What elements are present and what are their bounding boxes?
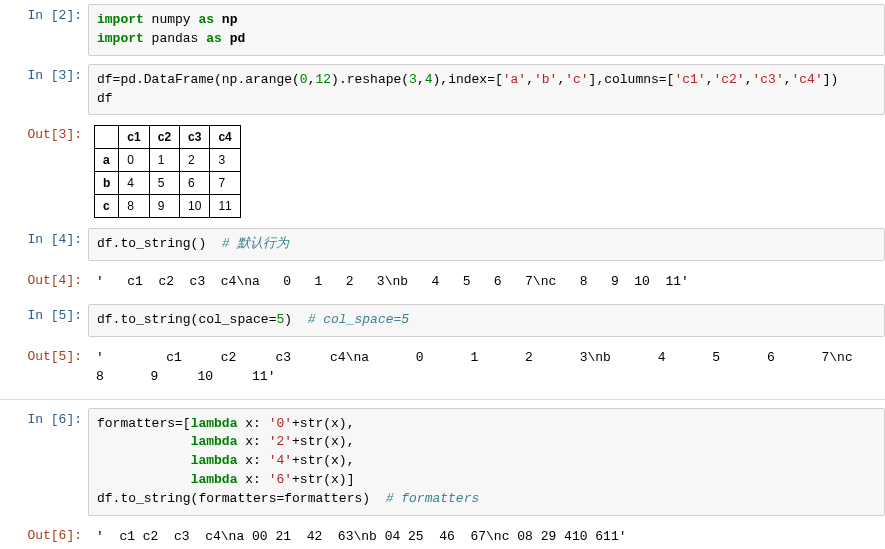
cell: 5 [149, 172, 179, 195]
in-prompt-6: In [6]: [0, 408, 88, 431]
comment: # formatters [370, 491, 479, 506]
row-header: c [95, 195, 119, 218]
kw-import: import [97, 12, 144, 27]
notebook-cell-5-in: In [5]: df.to_string(col_space=5) # col_… [0, 300, 885, 341]
col-header: c4 [210, 126, 240, 149]
kw-lambda: lambda [191, 472, 238, 487]
col-header: c1 [119, 126, 149, 149]
kw-lambda: lambda [191, 453, 238, 468]
code-input-4[interactable]: df.to_string() # 默认行为 [88, 228, 885, 261]
cell: 3 [210, 149, 240, 172]
col-header: c2 [149, 126, 179, 149]
cell: 0 [119, 149, 149, 172]
kw-as: as [198, 12, 214, 27]
cell: 11 [210, 195, 240, 218]
cell: 10 [180, 195, 210, 218]
out-prompt-4: Out[4]: [0, 269, 88, 292]
table-corner [95, 126, 119, 149]
out-prompt-6: Out[6]: [0, 524, 88, 547]
in-prompt-4: In [4]: [0, 228, 88, 251]
code-input-2[interactable]: import numpy as np import pandas as pd [88, 4, 885, 56]
comment: # col_space=5 [292, 312, 409, 327]
notebook-cell-5-out: Out[5]: ' c1 c2 c3 c4\na 0 1 2 3\nb 4 5 … [0, 341, 885, 395]
code-input-3[interactable]: df=pd.DataFrame(np.arange(0,12).reshape(… [88, 64, 885, 116]
cell: 2 [180, 149, 210, 172]
code-input-6[interactable]: formatters=[lambda x: '0'+str(x), lambda… [88, 408, 885, 516]
row-header: a [95, 149, 119, 172]
kw-import: import [97, 31, 144, 46]
code-input-5[interactable]: df.to_string(col_space=5) # col_space=5 [88, 304, 885, 337]
notebook-cell-3-out: Out[3]: c1 c2 c3 c4 a 0 1 2 3 b 4 5 6 [0, 119, 885, 224]
output-text-6: ' c1 c2 c3 c4\na 00 21 42 63\nb 04 25 46… [88, 524, 885, 549]
cell: 1 [149, 149, 179, 172]
comment: # 默认行为 [206, 236, 289, 251]
kw-as: as [206, 31, 222, 46]
row-header: b [95, 172, 119, 195]
cell: 6 [180, 172, 210, 195]
kw-lambda: lambda [191, 434, 238, 449]
notebook-cell-6-in: In [6]: formatters=[lambda x: '0'+str(x)… [0, 404, 885, 520]
cell: 4 [119, 172, 149, 195]
cell: 9 [149, 195, 179, 218]
table-row: a 0 1 2 3 [95, 149, 241, 172]
notebook-cell-4-out: Out[4]: ' c1 c2 c3 c4\na 0 1 2 3\nb 4 5 … [0, 265, 885, 300]
cell: 7 [210, 172, 240, 195]
output-text-4: ' c1 c2 c3 c4\na 0 1 2 3\nb 4 5 6 7\nc 8… [88, 269, 885, 296]
out-prompt-5: Out[5]: [0, 345, 88, 368]
table-row: b 4 5 6 7 [95, 172, 241, 195]
notebook-cell-3-in: In [3]: df=pd.DataFrame(np.arange(0,12).… [0, 60, 885, 120]
in-prompt-5: In [5]: [0, 304, 88, 327]
out-prompt-3: Out[3]: [0, 123, 88, 146]
output-text-5: ' c1 c2 c3 c4\na 0 1 2 3\nb 4 5 6 7\nc 8… [88, 345, 885, 391]
divider [0, 399, 885, 400]
in-prompt-2: In [2]: [0, 4, 88, 27]
notebook-cell-2: In [2]: import numpy as np import pandas… [0, 0, 885, 60]
cell: 8 [119, 195, 149, 218]
col-header: c3 [180, 126, 210, 149]
table-row: c 8 9 10 11 [95, 195, 241, 218]
notebook-cell-4-in: In [4]: df.to_string() # 默认行为 [0, 224, 885, 265]
kw-lambda: lambda [191, 416, 238, 431]
notebook-cell-6-out: Out[6]: ' c1 c2 c3 c4\na 00 21 42 63\nb … [0, 520, 885, 549]
in-prompt-3: In [3]: [0, 64, 88, 87]
dataframe-table: c1 c2 c3 c4 a 0 1 2 3 b 4 5 6 7 c 8 [94, 125, 241, 218]
